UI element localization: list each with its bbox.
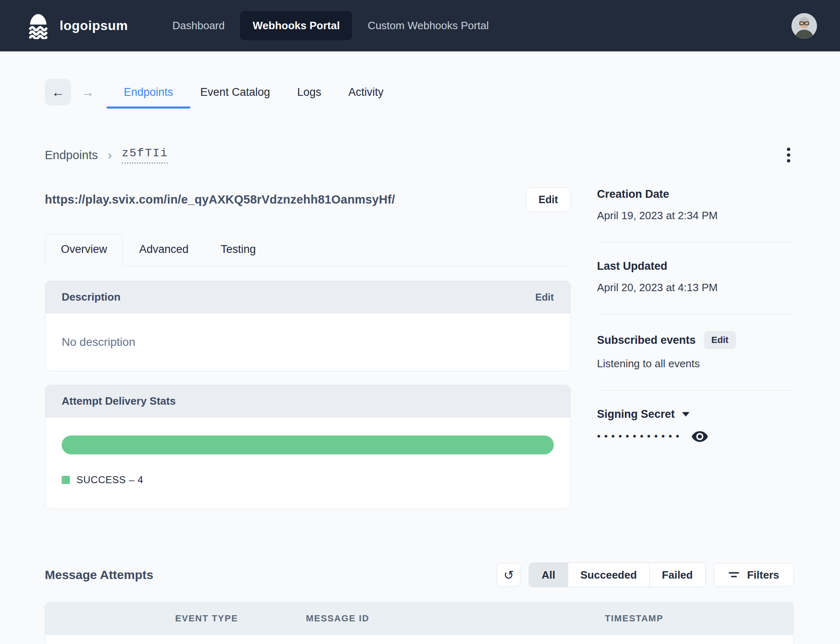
eye-icon xyxy=(691,431,708,442)
nav-item-webhooks-portal[interactable]: Webhooks Portal xyxy=(240,11,352,40)
avatar-photo xyxy=(791,13,817,39)
filters-button-label: Filters xyxy=(747,569,779,581)
detail-tabs: Overview Advanced Testing xyxy=(45,234,571,266)
signing-secret-masked-value: •••••••••••• xyxy=(597,430,683,442)
filters-button[interactable]: Filters xyxy=(714,563,794,587)
message-attempts-title: Message Attempts xyxy=(45,568,153,582)
endpoint-url-row: https://play.svix.com/in/e_qyAXKQ58rVdzn… xyxy=(45,187,571,212)
chevron-down-icon xyxy=(682,412,690,417)
tab-testing[interactable]: Testing xyxy=(205,234,272,266)
attempts-filter-segmented: All Succeeded Failed xyxy=(529,563,706,587)
tab-advanced[interactable]: Advanced xyxy=(123,234,205,266)
creation-date-value: April 19, 2023 at 2:34 PM xyxy=(597,208,794,222)
portal-tabs: Endpoints Event Catalog Logs Activity xyxy=(124,86,384,99)
filter-icon xyxy=(728,571,740,579)
tab-logs[interactable]: Logs xyxy=(297,86,322,99)
success-bar xyxy=(62,436,554,454)
forward-arrow-icon: → xyxy=(81,85,94,100)
brand-logo[interactable]: logoipsum xyxy=(25,13,128,39)
delivery-stats-title: Attempt Delivery Stats xyxy=(62,395,176,408)
nav-item-custom-webhooks-portal[interactable]: Custom Webhooks Portal xyxy=(355,11,501,40)
breadcrumb-chevron-icon: › xyxy=(108,148,112,162)
user-avatar[interactable] xyxy=(791,13,817,39)
endpoint-meta-sidebar: Creation Date April 19, 2023 at 2:34 PM … xyxy=(597,187,794,462)
page-content: ← → Endpoints Event Catalog Logs Activit… xyxy=(0,78,840,644)
subscribed-events-label: Subscribed events xyxy=(597,333,696,347)
forward-button[interactable]: → xyxy=(74,79,101,105)
last-updated-value: April 20, 2023 at 4:13 PM xyxy=(597,280,794,294)
endpoint-detail-column: https://play.svix.com/in/e_qyAXKQ58rVdzn… xyxy=(45,187,571,509)
last-updated-section: Last Updated April 20, 2023 at 4:13 PM xyxy=(597,242,794,314)
tab-activity[interactable]: Activity xyxy=(348,86,384,99)
delivery-stats-card: Attempt Delivery Stats SUCCESS – 4 xyxy=(45,385,571,509)
endpoint-url: https://play.svix.com/in/e_qyAXKQ58rVdzn… xyxy=(45,193,395,206)
column-header-event-type: EVENT TYPE xyxy=(175,613,306,624)
success-swatch-icon xyxy=(62,476,70,484)
reveal-secret-button[interactable] xyxy=(691,431,708,442)
filter-failed[interactable]: Failed xyxy=(649,563,705,587)
breadcrumb: Endpoints › z5fTIi xyxy=(45,144,794,166)
logoipsum-icon xyxy=(25,13,51,39)
back-arrow-icon: ← xyxy=(51,85,65,100)
subscribed-events-section: Subscribed events Edit Listening to all … xyxy=(597,314,794,390)
creation-date-label: Creation Date xyxy=(597,187,794,201)
signing-secret-section: Signing Secret •••••••••••• xyxy=(597,390,794,462)
back-button[interactable]: ← xyxy=(45,79,71,105)
signing-secret-label: Signing Secret xyxy=(597,407,675,421)
endpoint-menu-button[interactable] xyxy=(784,144,794,166)
signing-secret-row: •••••••••••• xyxy=(597,430,794,442)
filter-succeeded[interactable]: Succeeded xyxy=(568,563,649,587)
tab-overview[interactable]: Overview xyxy=(45,234,123,266)
description-card-header: Description Edit xyxy=(45,281,570,313)
tab-event-catalog[interactable]: Event Catalog xyxy=(200,86,270,99)
portal-tab-bar: ← → Endpoints Event Catalog Logs Activit… xyxy=(45,78,794,107)
subscribed-events-value: Listening to all events xyxy=(597,357,794,371)
description-card: Description Edit No description xyxy=(45,281,571,371)
success-legend-label: SUCCESS – 4 xyxy=(76,474,143,486)
main-grid: https://play.svix.com/in/e_qyAXKQ58rVdzn… xyxy=(45,187,794,509)
signing-secret-toggle[interactable]: Signing Secret xyxy=(597,407,794,421)
message-attempts-header: Message Attempts ↺ All Succeeded Failed … xyxy=(45,563,794,587)
edit-description-button[interactable]: Edit xyxy=(535,292,554,303)
edit-url-button[interactable]: Edit xyxy=(526,188,571,212)
delivery-stats-header: Attempt Delivery Stats xyxy=(45,385,570,417)
navbar-links: Dashboard Webhooks Portal Custom Webhook… xyxy=(160,11,501,40)
success-bar-fill xyxy=(62,436,554,454)
refresh-icon: ↺ xyxy=(504,568,514,582)
message-attempts-table: EVENT TYPE MESSAGE ID TIMESTAMP ✓ Succee… xyxy=(45,602,794,644)
kebab-icon xyxy=(787,148,790,151)
last-updated-label: Last Updated xyxy=(597,259,794,273)
table-row[interactable]: ✓ Succeeded invoice.created msg_2cJyg8l1… xyxy=(45,635,793,644)
attempts-controls: ↺ All Succeeded Failed Filters xyxy=(497,563,794,587)
brand-name: logoipsum xyxy=(60,18,128,33)
breadcrumb-endpoints-link[interactable]: Endpoints xyxy=(45,148,98,162)
nav-item-dashboard[interactable]: Dashboard xyxy=(160,11,237,40)
creation-date-section: Creation Date April 19, 2023 at 2:34 PM xyxy=(597,187,794,242)
filter-all[interactable]: All xyxy=(529,563,567,587)
refresh-button[interactable]: ↺ xyxy=(497,563,521,587)
description-empty-text: No description xyxy=(45,313,570,371)
delivery-stats-body: SUCCESS – 4 xyxy=(45,417,570,509)
stats-legend: SUCCESS – 4 xyxy=(62,474,554,486)
subscribed-events-row: Subscribed events Edit xyxy=(597,331,794,349)
webhooks-portal-page: logoipsum Dashboard Webhooks Portal Cust… xyxy=(0,0,840,644)
edit-subscribed-events-button[interactable]: Edit xyxy=(704,331,736,349)
column-header-timestamp: TIMESTAMP xyxy=(605,613,748,624)
column-header-message-id: MESSAGE ID xyxy=(306,613,605,624)
breadcrumb-endpoint-id[interactable]: z5fTIi xyxy=(122,147,168,164)
description-title: Description xyxy=(62,291,120,303)
top-navbar: logoipsum Dashboard Webhooks Portal Cust… xyxy=(0,0,840,51)
tab-endpoints[interactable]: Endpoints xyxy=(124,86,173,99)
table-header-row: EVENT TYPE MESSAGE ID TIMESTAMP xyxy=(45,602,793,635)
